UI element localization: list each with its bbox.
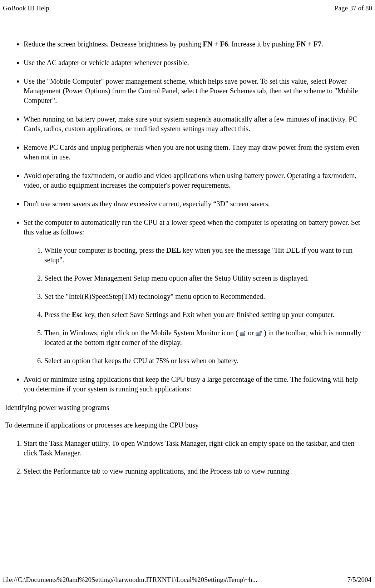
doc-title: GoBook III Help (3, 4, 49, 13)
list-item-text: Remove PC Cards and unplug peripherals w… (24, 143, 359, 161)
list-item-text: Press the Esc key, then select Save Sett… (44, 311, 334, 318)
list-item: Remove PC Cards and unplug peripherals w… (24, 143, 371, 162)
list-item-text: Use the AC adapter or vehicle adapter wh… (24, 59, 189, 66)
list-item: Press the Esc key, then select Save Sett… (44, 310, 368, 320)
tips-list: Reduce the screen brightness. Decrease b… (4, 39, 371, 394)
subsection-intro: To determine if applications or processe… (4, 420, 371, 430)
list-item: Select the Power Management Setup menu o… (44, 273, 368, 283)
key-label: FN (203, 40, 213, 48)
list-item-text: Start the Task Manager utility. To open … (24, 439, 354, 457)
footer-date: 7/5/2004 (347, 575, 371, 584)
list-item-text: Set the computer to automatically run th… (24, 218, 360, 236)
text-fragment: While your computer is booting, press th… (44, 246, 166, 254)
list-item-text: Don't use screen savers as they draw exc… (24, 200, 270, 208)
list-item-text: Avoid or minimize using applications tha… (24, 375, 358, 393)
list-item-text: Select the Power Management Setup menu o… (44, 274, 309, 282)
svg-rect-6 (257, 336, 259, 336)
document-body: Reduce the screen brightness. Decrease b… (0, 39, 375, 476)
list-item: Avoid or minimize using applications tha… (24, 375, 371, 394)
key-label: F7 (314, 40, 321, 48)
list-item-text: Use the "Mobile Computer" power manageme… (24, 77, 358, 104)
setup-steps-list: While your computer is booting, press th… (24, 246, 368, 366)
text-fragment: . Increase it by pushing (228, 40, 296, 48)
text-fragment: + (306, 40, 313, 48)
list-item: Use the "Mobile Computer" power manageme… (24, 76, 371, 105)
text-fragment: Then, in Windows, right click on the Mob… (44, 329, 240, 337)
list-item-text: Select the Performance tab to view runni… (24, 467, 290, 475)
text-fragment: . (321, 40, 323, 48)
page-header: GoBook III Help Page 37 of 80 (0, 0, 375, 15)
list-item: Then, in Windows, right click on the Mob… (44, 328, 368, 347)
text-fragment: or (246, 329, 256, 337)
list-item-text: While your computer is booting, press th… (44, 246, 352, 264)
list-item: Don't use screen savers as they draw exc… (24, 199, 371, 209)
list-item: Avoid operating the fax/modem, or audio … (24, 171, 371, 190)
list-item-text: Then, in Windows, right click on the Mob… (44, 329, 361, 346)
svg-rect-5 (257, 333, 260, 335)
list-item-text: Reduce the screen brightness. Decrease b… (24, 40, 323, 48)
list-item-text: Set the "Intel(R)SpeedStep(TM) technolog… (44, 292, 265, 300)
list-item: While your computer is booting, press th… (44, 246, 368, 265)
svg-rect-8 (262, 331, 262, 332)
footer-path: file://C:\Documents%20and%20Settings\har… (3, 575, 257, 584)
key-label: FN (296, 40, 306, 48)
text-fragment: Reduce the screen brightness. Decrease b… (24, 40, 203, 48)
list-item: When running on battery power, make sure… (24, 114, 371, 134)
key-label: Esc (72, 311, 83, 318)
key-label: DEL (166, 246, 181, 254)
monitor-battery-icon (256, 330, 262, 337)
svg-rect-1 (241, 333, 244, 335)
page-footer: file://C:\Documents%20and%20Settings\har… (0, 575, 375, 584)
list-item: Select an option that keeps the CPU at 7… (44, 356, 368, 366)
task-manager-steps: Start the Task Manager utility. To open … (4, 439, 371, 476)
list-item: Start the Task Manager utility. To open … (24, 439, 371, 458)
list-item: Set the "Intel(R)SpeedStep(TM) technolog… (44, 292, 368, 301)
svg-rect-2 (242, 336, 243, 336)
list-item-text: Select an option that keeps the CPU at 7… (44, 357, 238, 365)
list-item-text: When running on battery power, make sure… (24, 115, 357, 133)
list-item: Select the Performance tab to view runni… (24, 466, 371, 476)
list-item: Set the computer to automatically run th… (24, 218, 371, 366)
monitor-plugged-icon (240, 330, 246, 337)
list-item: Reduce the screen brightness. Decrease b… (24, 39, 371, 49)
text-fragment: + (212, 40, 220, 48)
svg-rect-7 (260, 331, 262, 332)
key-label: F6 (220, 40, 228, 48)
list-item: Use the AC adapter or vehicle adapter wh… (24, 58, 371, 68)
text-fragment: key, then select Save Settings and Exit … (83, 311, 335, 318)
text-fragment: Press the (44, 311, 72, 318)
subsection-heading: Identifying power wasting programs (4, 403, 371, 412)
page-indicator: Page 37 of 80 (335, 4, 372, 13)
list-item-text: Avoid operating the fax/modem, or audio … (24, 172, 357, 189)
